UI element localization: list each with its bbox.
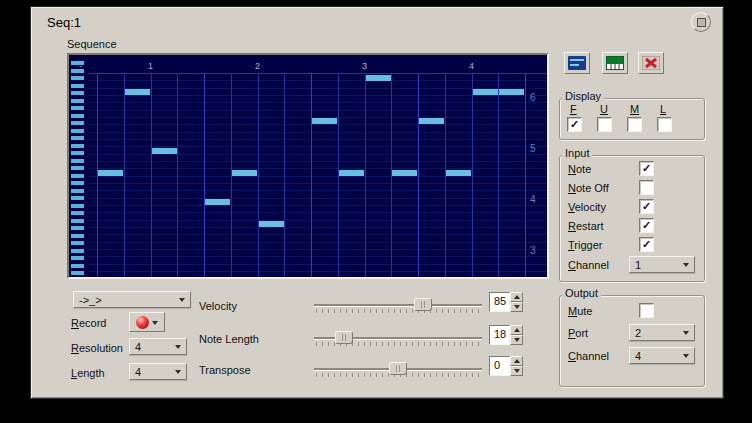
piano-roll[interactable]: -12346543 <box>69 55 547 277</box>
input-trigger-checkbox[interactable]: ✓ <box>639 237 654 252</box>
chevron-down-icon <box>175 370 181 377</box>
grid-beat-line <box>311 73 312 277</box>
display-option-m-label: M <box>630 103 639 115</box>
resolution-combo[interactable]: 4 <box>129 338 187 355</box>
velocity-slider-handle[interactable] <box>414 298 432 311</box>
note-length-slider-handle[interactable] <box>335 331 353 344</box>
grid-row-line <box>89 168 547 169</box>
note-length-value[interactable]: 18 <box>489 325 510 345</box>
input-velocity-label: Velocity <box>568 201 606 213</box>
octave-label: 3 <box>530 245 536 256</box>
velocity-value[interactable]: 85 <box>489 292 510 312</box>
transpose-value[interactable]: 0 <box>489 356 510 376</box>
toolbar-button-keyboard[interactable] <box>602 52 628 74</box>
note-bar[interactable] <box>366 75 391 81</box>
window-title: Seq:1 <box>47 15 81 30</box>
key-mark <box>71 106 84 110</box>
direction-value: ->_> <box>79 294 102 306</box>
key-mark <box>71 174 84 178</box>
key-mark <box>71 159 84 163</box>
display-option-f-checkbox[interactable]: ✓ <box>567 117 582 132</box>
input-velocity-checkbox[interactable]: ✓ <box>639 199 654 214</box>
note-bar[interactable] <box>125 89 150 95</box>
spin-down-button[interactable] <box>510 302 523 312</box>
input-note-checkbox[interactable]: ✓ <box>639 161 654 176</box>
key-mark <box>71 204 84 208</box>
note-bar[interactable] <box>473 89 498 95</box>
resolution-value: 4 <box>135 341 141 353</box>
note-bar[interactable] <box>152 148 177 154</box>
detach-button[interactable] <box>691 12 711 32</box>
note-bar[interactable] <box>312 118 337 124</box>
output-mute-label: Mute <box>568 305 592 317</box>
toolbar-button-screen[interactable] <box>564 52 590 74</box>
note-bar[interactable] <box>446 170 471 176</box>
length-combo[interactable]: 4 <box>129 363 187 380</box>
input-trigger-label: Trigger <box>568 239 602 251</box>
spin-up-button[interactable] <box>510 292 523 302</box>
direction-combo[interactable]: ->_> <box>73 291 191 308</box>
length-value: 4 <box>135 366 141 378</box>
transpose-slider[interactable] <box>314 361 482 377</box>
spin-up-button[interactable] <box>510 356 523 366</box>
key-mark <box>71 69 84 73</box>
slider-grip <box>394 365 402 372</box>
note-length-slider[interactable] <box>314 330 482 346</box>
grid-row-line <box>89 80 547 81</box>
note-bar[interactable] <box>339 170 364 176</box>
grid-row-line <box>89 124 547 125</box>
input-note-off-checkbox[interactable] <box>639 180 654 195</box>
spin-down-button[interactable] <box>510 335 523 345</box>
velocity-slider[interactable] <box>314 297 482 313</box>
display-option-u-checkbox[interactable] <box>597 117 612 132</box>
grid-beat-line <box>204 73 205 277</box>
display-option-l-checkbox[interactable] <box>657 117 672 132</box>
display-option-m-checkbox[interactable] <box>627 117 642 132</box>
input-channel-value: 1 <box>635 259 641 271</box>
grid-row-line <box>89 264 547 265</box>
ruler-beat-label: 2 <box>255 61 260 71</box>
resolution-label: Resolution <box>71 342 123 354</box>
output-channel-combo[interactable]: 4 <box>629 347 695 364</box>
display-option-f-label: F <box>570 103 577 115</box>
transpose-slider-handle[interactable] <box>389 362 407 375</box>
spin-up-button[interactable] <box>510 325 523 335</box>
output-channel-value: 4 <box>635 350 641 362</box>
seq-window: Seq:1 Sequence -12346543 ->_> Record Res… <box>30 6 724 399</box>
grid-beat-line <box>365 73 366 277</box>
toolbar-button-delete[interactable] <box>638 52 664 74</box>
grid-beat-line <box>284 73 285 277</box>
note-length-spinbox[interactable]: 18 <box>489 325 523 345</box>
note-bar[interactable] <box>419 118 444 124</box>
grid-row-line <box>89 139 547 140</box>
delete-icon <box>642 56 660 70</box>
key-mark <box>71 211 84 215</box>
triangle-up-icon <box>514 325 520 332</box>
input-group-label: Input <box>562 147 592 159</box>
grid-row-line <box>89 176 547 177</box>
input-restart-checkbox[interactable]: ✓ <box>639 218 654 233</box>
grid-row-line <box>89 249 547 250</box>
input-note-label: Note <box>568 163 591 175</box>
record-button[interactable] <box>129 312 165 332</box>
input-channel-combo[interactable]: 1 <box>629 256 695 273</box>
output-port-combo[interactable]: 2 <box>629 324 695 341</box>
key-mark <box>71 121 84 125</box>
note-bar[interactable] <box>499 89 524 95</box>
display-option-u-label: U <box>600 103 608 115</box>
chevron-down-icon <box>683 331 689 338</box>
grid-row-line <box>89 154 547 155</box>
transpose-spinbox[interactable]: 0 <box>489 356 523 376</box>
input-note-off-label: Note Off <box>568 182 609 194</box>
grid-row-line <box>89 234 547 235</box>
velocity-spinbox[interactable]: 85 <box>489 292 523 312</box>
note-bar[interactable] <box>259 221 284 227</box>
note-bar[interactable] <box>392 170 417 176</box>
key-mark <box>71 181 84 185</box>
note-bar[interactable] <box>98 170 123 176</box>
output-mute-checkbox[interactable] <box>639 303 654 318</box>
spin-down-button[interactable] <box>510 366 523 376</box>
ruler-beat-label: 3 <box>362 61 367 71</box>
note-bar[interactable] <box>205 199 230 205</box>
note-bar[interactable] <box>232 170 257 176</box>
